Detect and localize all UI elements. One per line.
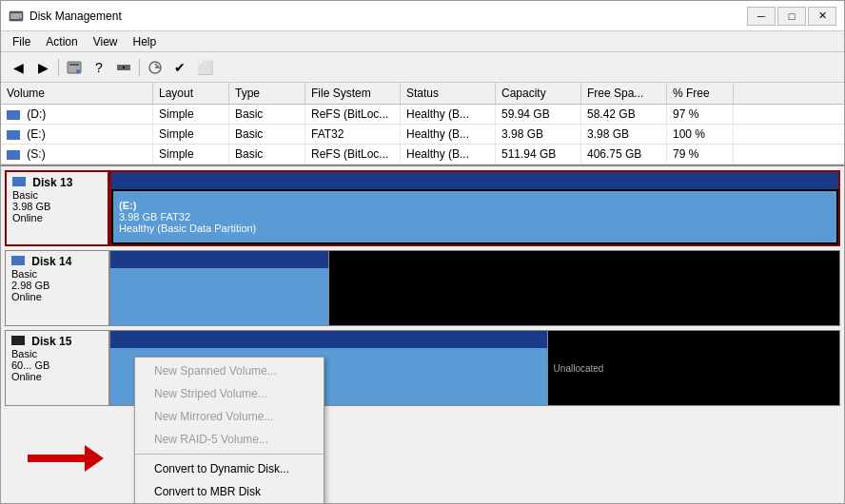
cell-status-s: Healthy (B... xyxy=(401,145,496,164)
disk-label-15: Disk 15 Basic 60... GB Online xyxy=(5,330,109,406)
arrow-head xyxy=(85,445,104,472)
toolbar-sep-2 xyxy=(139,59,140,76)
disk-type-13: Basic xyxy=(12,189,102,201)
cell-layout-s: Simple xyxy=(153,145,229,164)
drive-icon-d xyxy=(7,110,20,120)
svg-rect-4 xyxy=(69,64,79,66)
table-row[interactable]: (S:) Simple Basic ReFS (BitLoc... Health… xyxy=(1,145,844,165)
partition-e-detail1: 3.98 GB FAT32 xyxy=(119,211,831,223)
window-title: Disk Management xyxy=(29,10,747,23)
app-icon xyxy=(9,9,24,24)
partition-e-label: (E:) xyxy=(119,200,831,211)
cell-capacity-d: 59.94 GB xyxy=(496,105,581,124)
connect-button[interactable] xyxy=(112,56,135,79)
cell-volume-d: (D:) xyxy=(1,105,153,124)
disk14-unallocated[interactable] xyxy=(329,251,839,325)
drive-icon-e xyxy=(7,130,20,140)
disk-label-14: Disk 14 Basic 2.98 GB Online xyxy=(5,250,109,326)
context-menu: New Spanned Volume... New Striped Volume… xyxy=(134,357,324,503)
ctx-new-spanned: New Spanned Volume... xyxy=(135,359,324,382)
disk-icon-13 xyxy=(12,177,26,186)
rescan-button[interactable] xyxy=(144,56,167,79)
disk-icon-15 xyxy=(11,336,25,345)
disk-status-14: Online xyxy=(11,291,103,302)
ctx-new-mirrored: New Mirrored Volume... xyxy=(135,405,324,428)
disk-row-14: Disk 14 Basic 2.98 GB Online xyxy=(5,250,840,326)
cell-volume-e: (E:) xyxy=(1,125,153,144)
menu-help[interactable]: Help xyxy=(126,33,165,50)
cell-layout-e: Simple xyxy=(153,125,229,144)
drive-icon-s xyxy=(7,150,20,160)
minimize-button[interactable]: ─ xyxy=(747,7,776,26)
ctx-convert-mbr[interactable]: Convert to MBR Disk xyxy=(135,480,324,503)
disk-row-13: Disk 13 Basic 3.98 GB Online (E:) 3.98 G… xyxy=(5,170,840,246)
svg-rect-6 xyxy=(117,65,124,70)
col-header-freespace: Free Spa... xyxy=(581,83,667,104)
disk14-part1[interactable] xyxy=(110,251,329,325)
disk-label-13: Disk 13 Basic 3.98 GB Online xyxy=(5,170,109,246)
disk-type-15: Basic xyxy=(11,348,103,359)
ctx-convert-dynamic[interactable]: Convert to Dynamic Disk... xyxy=(135,457,324,480)
disk-name-14: Disk 14 xyxy=(11,255,103,268)
col-header-filesystem: File System xyxy=(305,83,401,104)
col-header-layout: Layout xyxy=(153,83,229,104)
col-header-type: Type xyxy=(229,83,305,104)
view-button[interactable]: ⬜ xyxy=(193,56,216,79)
col-header-capacity: Capacity xyxy=(496,83,581,104)
cell-pct-e: 100 % xyxy=(667,125,734,144)
table-row[interactable]: (D:) Simple Basic ReFS (BitLoc... Health… xyxy=(1,105,844,125)
cell-layout-d: Simple xyxy=(153,105,229,124)
col-header-status: Status xyxy=(401,83,496,104)
disk-icon-14 xyxy=(11,256,25,265)
ctx-new-raid5: New RAID-5 Volume... xyxy=(135,428,324,451)
partition-e[interactable]: (E:) 3.98 GB FAT32 Healthy (Basic Data P… xyxy=(111,189,838,244)
cell-capacity-s: 511.94 GB xyxy=(496,145,581,164)
arrow-shaft xyxy=(28,455,85,462)
disk-area: Disk 13 Basic 3.98 GB Online (E:) 3.98 G… xyxy=(1,166,844,503)
menu-action[interactable]: Action xyxy=(38,33,85,50)
disk13-header-strip: (E:) 3.98 GB FAT32 Healthy (Basic Data P… xyxy=(111,172,838,244)
cell-capacity-e: 3.98 GB xyxy=(496,125,581,144)
disk15-unallocated-label: Unallocated xyxy=(554,363,834,374)
help-button[interactable]: ? xyxy=(88,56,110,79)
cell-type-s: Basic xyxy=(229,145,305,164)
disk-size-14: 2.98 GB xyxy=(11,280,103,291)
back-button[interactable]: ◀ xyxy=(7,56,29,79)
close-button[interactable]: ✕ xyxy=(808,7,836,26)
menu-view[interactable]: View xyxy=(86,33,126,50)
toolbar: ◀ ▶ ? ✔ ⬜ xyxy=(1,52,844,83)
cell-free-e: 3.98 GB xyxy=(581,125,667,144)
disk-status-13: Online xyxy=(12,212,102,223)
arrow-indicator xyxy=(28,444,104,473)
cell-free-d: 58.42 GB xyxy=(581,105,667,124)
disk-type-14: Basic xyxy=(11,268,103,280)
disk-partitions-13: (E:) 3.98 GB FAT32 Healthy (Basic Data P… xyxy=(109,170,840,246)
svg-point-2 xyxy=(19,17,22,20)
disk-name-13: Disk 13 xyxy=(12,176,102,189)
partition-e-detail2: Healthy (Basic Data Partition) xyxy=(119,223,831,234)
cell-volume-s: (S:) xyxy=(1,145,153,164)
disk-properties-button[interactable] xyxy=(63,56,86,79)
svg-point-5 xyxy=(76,69,80,73)
disk-size-15: 60... GB xyxy=(11,359,103,371)
cell-fs-d: ReFS (BitLoc... xyxy=(305,105,401,124)
cell-pct-s: 79 % xyxy=(667,145,734,164)
disk-row-15: Disk 15 Basic 60... GB Online Unallocate… xyxy=(5,330,840,406)
check-button[interactable]: ✔ xyxy=(168,56,191,79)
cell-status-e: Healthy (B... xyxy=(401,125,496,144)
col-header-volume: Volume xyxy=(1,83,153,104)
cell-type-e: Basic xyxy=(229,125,305,144)
svg-rect-7 xyxy=(124,65,130,70)
cell-fs-e: FAT32 xyxy=(305,125,401,144)
main-window: Disk Management ─ □ ✕ File Action View H… xyxy=(0,0,845,504)
disk-partitions-14 xyxy=(109,250,840,326)
table-row[interactable]: (E:) Simple Basic FAT32 Healthy (B... 3.… xyxy=(1,125,844,145)
cell-pct-d: 97 % xyxy=(667,105,734,124)
title-bar: Disk Management ─ □ ✕ xyxy=(1,1,844,31)
volume-table: Volume Layout Type File System Status Ca… xyxy=(1,83,844,166)
forward-button[interactable]: ▶ xyxy=(31,56,54,79)
disk15-unallocated[interactable]: Unallocated xyxy=(548,331,839,405)
menu-file[interactable]: File xyxy=(5,33,38,50)
disk-size-13: 3.98 GB xyxy=(12,201,102,212)
maximize-button[interactable]: □ xyxy=(777,7,806,26)
